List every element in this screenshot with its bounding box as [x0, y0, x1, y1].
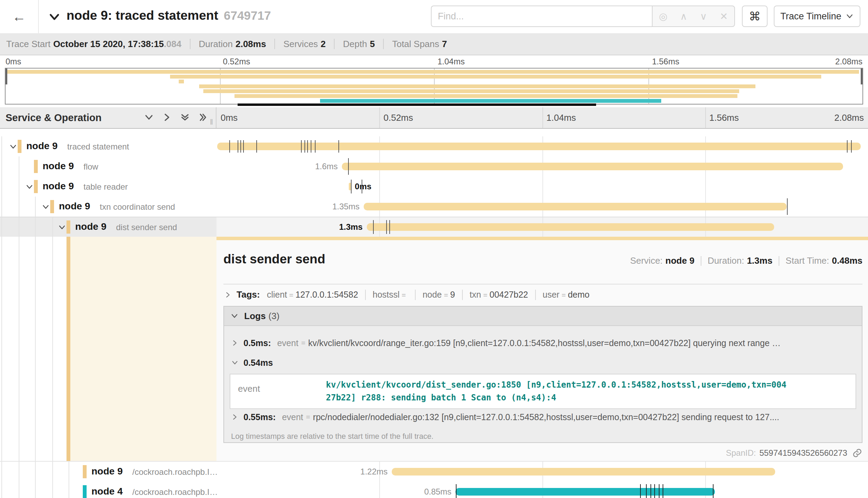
- tree-guide-line: [35, 217, 36, 237]
- axis-tick-label: 2.08ms: [834, 112, 864, 123]
- span-row-table-reader[interactable]: node 9table reader0ms: [0, 176, 868, 197]
- tree-guide-line: [35, 462, 36, 482]
- span-row-flow[interactable]: node 9flow1.6ms: [0, 156, 868, 176]
- tags-row[interactable]: Tags:client=127.0.0.1:54582hostssl=node=…: [224, 289, 862, 300]
- tree-guide-line: [19, 482, 19, 498]
- span-bar[interactable]: [217, 143, 861, 150]
- span-row-traced-statement[interactable]: node 9traced statement: [0, 136, 868, 156]
- logs-header[interactable]: Logs (3): [224, 307, 862, 326]
- span-bar[interactable]: [364, 203, 787, 210]
- service-name: node 9: [59, 201, 90, 212]
- minimap-span-bar: [320, 99, 661, 103]
- meta-label: Duration:: [708, 255, 744, 266]
- span-expand-chevron-icon[interactable]: [42, 203, 50, 211]
- span-timeline-cell[interactable]: 0.85ms: [216, 482, 868, 498]
- span-row--cockroach-roachpb-i-[interactable]: node 9/cockroach.roachpb.I…1.22ms: [0, 462, 868, 482]
- span-row--cockroach-roachpb-i-[interactable]: node 4/cockroach.roachpb.I…0.85ms: [0, 482, 868, 498]
- minimap-scrubber-handle-right[interactable]: [861, 69, 862, 84]
- tree-guide-line: [52, 237, 53, 461]
- timeline-gridline: [705, 176, 706, 197]
- log-row-expanded-header[interactable]: 0.54ms: [231, 356, 855, 370]
- span-bar[interactable]: [367, 223, 774, 231]
- span-row-txn-coordinator-send[interactable]: node 9txn coordinator send1.35ms: [0, 197, 868, 217]
- span-detail-title: dist sender send: [223, 252, 325, 266]
- find-prev-icon[interactable]: ∧: [680, 11, 688, 22]
- tag-separator: [415, 290, 416, 300]
- minimap-scrubber-handle-left[interactable]: [6, 69, 7, 84]
- span-expand-chevron-icon[interactable]: [58, 223, 66, 232]
- log-row[interactable]: 0.55ms:event=rpc/nodedialer/nodedialer.g…: [231, 409, 855, 425]
- minimap-viewport-scrubber[interactable]: [238, 103, 596, 106]
- span-expand-chevron-icon[interactable]: [25, 183, 34, 191]
- axis-tick-label: 1.56ms: [652, 57, 680, 66]
- span-tree-cell[interactable]: node 9table reader: [0, 176, 216, 197]
- link-icon[interactable]: [852, 448, 862, 458]
- span-tree-cell[interactable]: node 4/cockroach.roachpb.I…: [0, 482, 216, 498]
- span-timeline-cell[interactable]: 1.35ms: [216, 197, 868, 217]
- span-row-dist-sender-send[interactable]: node 9dist sender send1.3ms: [0, 217, 868, 237]
- log-marker-tick: [713, 484, 714, 498]
- span-bar[interactable]: [342, 163, 843, 170]
- span-timeline-cell[interactable]: 0ms: [216, 176, 868, 197]
- expand-all-icon[interactable]: [198, 112, 208, 123]
- service-color-strip: [83, 465, 87, 478]
- log-marker-tick: [311, 140, 311, 153]
- meta-label: Start Time:: [786, 255, 829, 266]
- tag-item: hostssl=: [373, 290, 408, 300]
- log-row[interactable]: 0.5ms:event=kv/kvclient/kvcoord/range_it…: [231, 335, 855, 351]
- spanid-row: SpanID: 5597415943526560273: [726, 448, 862, 458]
- span-duration-label: 1.6ms: [315, 162, 338, 171]
- service-color-strip: [67, 220, 70, 234]
- span-tree-cell[interactable]: node 9flow: [0, 156, 216, 176]
- log-marker-tick: [787, 198, 788, 215]
- summary-separator: [274, 39, 275, 49]
- minimap-span-bar: [6, 70, 859, 74]
- match-case-icon[interactable]: ◎: [659, 11, 667, 22]
- span-timeline-cell[interactable]: [216, 136, 868, 156]
- span-detail-panel: dist sender send Service:node 9Duration:…: [216, 237, 868, 461]
- span-timeline-cell[interactable]: 1.6ms: [216, 156, 868, 176]
- tree-guide-line: [52, 217, 53, 237]
- collapse-one-icon[interactable]: [144, 112, 154, 123]
- log-marker-tick: [229, 140, 230, 153]
- logs-note: Log timestamps are relative to the start…: [231, 432, 855, 441]
- span-tree-cell[interactable]: node 9txn coordinator send: [0, 197, 216, 217]
- collapse-all-icon[interactable]: [180, 112, 190, 123]
- column-resize-handle[interactable]: ‖: [210, 118, 213, 127]
- chevron-down-icon: [230, 312, 239, 320]
- tree-guide-line: [19, 176, 19, 197]
- top-header: ← node 9: traced statement6749717 ◎ ∧ ∨ …: [0, 0, 868, 33]
- expand-one-icon[interactable]: [162, 112, 172, 123]
- span-timeline-cell[interactable]: 1.3ms: [216, 217, 868, 237]
- tags-label: Tags:: [237, 289, 260, 300]
- keyboard-shortcuts-button[interactable]: ⌘: [742, 6, 768, 27]
- find-input[interactable]: [431, 6, 652, 27]
- service-name: node 9: [43, 161, 74, 172]
- find-next-icon[interactable]: ∨: [700, 11, 707, 22]
- log-field-key: event: [230, 374, 326, 408]
- axis-gridline: [542, 107, 543, 128]
- find-tools: ◎ ∧ ∨ ✕: [652, 6, 735, 27]
- back-button[interactable]: ←: [0, 0, 39, 33]
- chevron-down-icon: [845, 12, 854, 20]
- span-duration-label: 0.85ms: [424, 487, 452, 497]
- trace-collapse-chevron-icon[interactable]: [48, 10, 61, 24]
- span-bar[interactable]: [392, 468, 775, 476]
- operation-name: flow: [83, 162, 98, 172]
- minimap-canvas[interactable]: [5, 68, 863, 105]
- span-tree-cell[interactable]: node 9/cockroach.roachpb.I…: [0, 462, 216, 482]
- axis-tick-label: 0.52ms: [223, 57, 250, 66]
- find-clear-icon[interactable]: ✕: [720, 11, 728, 22]
- span-timeline-cell[interactable]: 1.22ms: [216, 462, 868, 482]
- span-bar[interactable]: [455, 488, 715, 496]
- span-detail-band: dist sender send Service:node 9Duration:…: [0, 237, 868, 461]
- tree-guide-line: [1, 237, 2, 461]
- axis-tick-label: 0.52ms: [383, 112, 413, 123]
- minimap-span-bar: [179, 80, 184, 83]
- span-expand-chevron-icon[interactable]: [9, 143, 17, 151]
- span-tree-cell[interactable]: node 9dist sender send: [0, 217, 216, 237]
- tag-item: user=demo: [543, 290, 590, 300]
- span-tree-cell[interactable]: node 9traced statement: [0, 136, 216, 156]
- trace-timeline-app: ← node 9: traced statement6749717 ◎ ∧ ∨ …: [0, 0, 868, 498]
- trace-view-selector[interactable]: Trace Timeline: [774, 6, 860, 27]
